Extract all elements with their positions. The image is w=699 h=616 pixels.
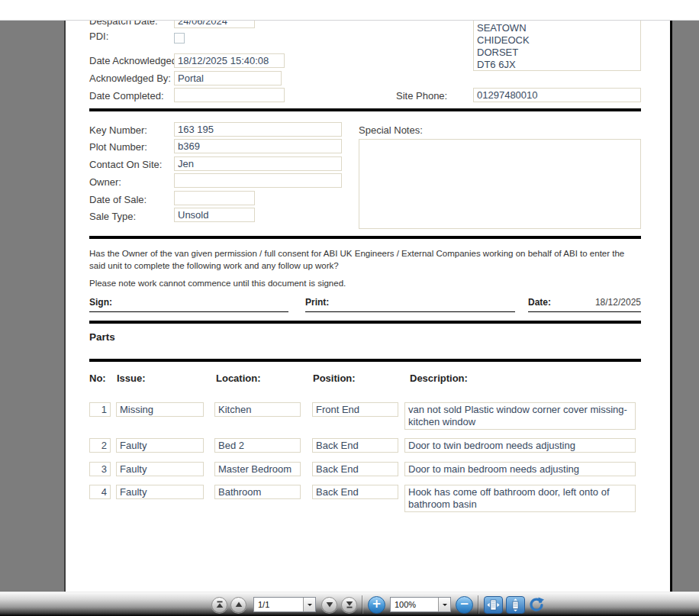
part-issue-field: Missing <box>116 402 204 417</box>
parts-header-position: Position: <box>313 373 356 384</box>
parts-header-location: Location: <box>216 373 261 384</box>
acknowledged-by-label: Acknowledged By: <box>89 73 171 84</box>
key-number-label: Key Number: <box>89 124 147 136</box>
fit-page-button[interactable] <box>506 596 525 614</box>
part-issue-field: Faulty <box>116 485 204 499</box>
zoom-level-value: 100% <box>391 598 438 611</box>
part-location-field: Bed 2 <box>214 438 301 453</box>
page-number-value: 1/1 <box>254 598 303 611</box>
part-position-field: Back End <box>312 485 398 499</box>
part-issue-field: Faulty <box>116 462 204 476</box>
site-phone-field: 01297480010 <box>473 88 641 102</box>
page-number-dropdown-button[interactable] <box>303 598 315 611</box>
fit-width-button[interactable] <box>484 596 503 614</box>
key-number-field: 163 195 <box>174 122 342 137</box>
sign-line <box>89 311 288 312</box>
part-location-field: Master Bedroom <box>214 462 301 476</box>
print-line <box>305 311 515 312</box>
contact-on-site-field: Jen <box>174 156 342 171</box>
last-page-icon <box>346 601 353 608</box>
part-position-field: Front End <box>312 402 398 417</box>
date-acknowledged-field: 18/12/2025 15:40:08 <box>174 53 285 68</box>
toolbar-separator <box>362 595 362 614</box>
sale-type-label: Sale Type: <box>89 211 136 222</box>
toolbar-separator <box>478 595 478 614</box>
last-page-button[interactable] <box>341 597 357 613</box>
part-description-field: Door to main bedroom needs adjusting <box>404 462 636 476</box>
pdi-checkbox <box>174 33 185 44</box>
parts-section-title: Parts <box>89 331 115 343</box>
refresh-button[interactable] <box>528 596 545 613</box>
zoom-in-button[interactable]: + <box>368 596 385 614</box>
acknowledged-by-field: Portal <box>174 71 282 85</box>
parts-header-description: Description: <box>410 373 468 384</box>
previous-page-icon <box>235 601 243 608</box>
sale-type-field: Unsold <box>174 208 255 222</box>
date-completed-label: Date Completed: <box>89 90 164 102</box>
part-no-field: 1 <box>89 402 111 417</box>
despatch-date-field: 24/06/2024 <box>174 21 255 28</box>
consent-note-text: Please note work cannot commence until t… <box>89 277 633 289</box>
refresh-icon <box>529 597 544 612</box>
zoom-dropdown-button[interactable] <box>438 598 450 611</box>
zoom-out-button[interactable]: − <box>456 596 473 614</box>
part-issue-field: Faulty <box>116 438 204 453</box>
fit-page-icon <box>509 598 522 611</box>
date-of-sale-field <box>174 191 255 205</box>
parts-header-issue: Issue: <box>117 373 146 384</box>
fit-width-icon <box>487 599 500 611</box>
next-page-button[interactable] <box>321 597 337 613</box>
report-viewer-canvas: Despatch Date: 24/06/2024 PDI: Date Ackn… <box>0 21 699 592</box>
chevron-down-icon <box>443 604 447 608</box>
date-completed-field <box>174 88 285 102</box>
minus-icon: − <box>459 597 469 611</box>
part-no-field: 3 <box>89 462 111 476</box>
part-description-field: Hook has come off bathroom door, left on… <box>404 485 636 512</box>
pdi-label: PDI: <box>89 31 108 42</box>
owner-label: Owner: <box>89 176 121 188</box>
site-phone-label: Site Phone: <box>396 90 447 102</box>
part-location-field: Kitchen <box>214 402 301 417</box>
part-description-field: van not sold Plastic window corner cover… <box>404 402 636 430</box>
special-notes-field <box>359 139 641 229</box>
plot-number-label: Plot Number: <box>89 141 147 153</box>
plus-icon: + <box>372 597 382 611</box>
site-address-field: SEATOWN CHIDEOCK DORSET DT6 6JX <box>473 21 641 71</box>
date-of-sale-label: Date of Sale: <box>89 194 147 205</box>
part-no-field: 4 <box>89 485 111 499</box>
contact-on-site-label: Contact On Site: <box>89 159 162 170</box>
parts-header-no: No: <box>89 373 106 384</box>
despatch-date-label: Despatch Date: <box>89 21 158 27</box>
date-acknowledged-label: Date Acknowledged: <box>89 55 180 66</box>
viewer-toolbar: 1/1 + 100% − <box>0 592 699 616</box>
address-line-2: CHIDEOCK <box>477 34 637 47</box>
consent-date-value: 18/12/2025 <box>528 297 641 308</box>
chevron-down-icon <box>308 604 312 608</box>
part-description-field: Door to twin bedroom needs adjusting <box>404 438 636 453</box>
first-page-icon <box>216 601 224 608</box>
address-line-1: SEATOWN <box>477 22 637 34</box>
special-notes-label: Special Notes: <box>359 124 423 136</box>
previous-page-button[interactable] <box>230 597 246 613</box>
address-line-3: DORSET <box>477 47 637 59</box>
zoom-level-select[interactable]: 100% <box>390 597 451 612</box>
next-page-icon <box>326 601 333 608</box>
section-divider <box>89 359 641 362</box>
date-line <box>528 311 641 312</box>
sign-label: Sign: <box>89 297 112 308</box>
page-number-select[interactable]: 1/1 <box>253 597 316 612</box>
first-page-button[interactable] <box>211 597 227 613</box>
owner-field <box>174 173 342 188</box>
print-label: Print: <box>305 297 329 308</box>
consent-question-text: Has the Owner of the van given permissio… <box>89 247 633 272</box>
part-location-field: Bathroom <box>214 485 301 499</box>
top-strip <box>0 0 699 21</box>
part-position-field: Back End <box>312 438 398 453</box>
address-line-4: DT6 6JX <box>477 59 637 71</box>
document-page: Despatch Date: 24/06/2024 PDI: Date Ackn… <box>64 21 672 592</box>
part-position-field: Back End <box>312 462 398 476</box>
section-divider <box>89 108 641 111</box>
section-divider <box>89 236 641 239</box>
plot-number-field: b369 <box>174 139 342 153</box>
part-no-field: 2 <box>89 438 111 453</box>
